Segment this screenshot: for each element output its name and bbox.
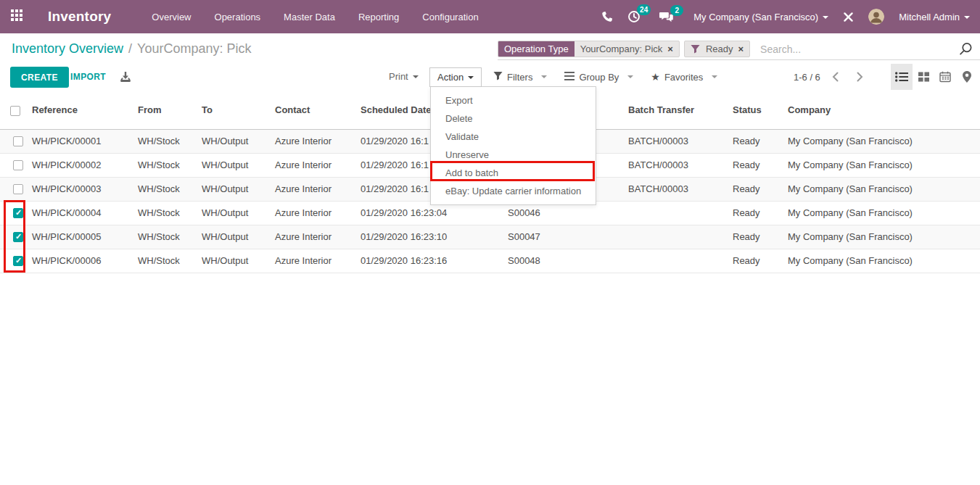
- remove-facet-icon[interactable]: ×: [738, 44, 744, 54]
- chevron-down-icon: [413, 75, 419, 78]
- search-input[interactable]: [754, 43, 959, 55]
- messages-count-badge: 2: [670, 5, 683, 16]
- chevron-down-icon: [712, 75, 717, 78]
- breadcrumb-parent-link[interactable]: Inventory Overview: [12, 41, 123, 57]
- breadcrumb-current: YourCompany: Pick: [137, 41, 251, 57]
- export-download-icon[interactable]: [120, 71, 131, 86]
- top-right-tools: 24 2 My Company (San Francisco): [601, 9, 980, 25]
- filters-dropdown[interactable]: Filters: [493, 71, 547, 83]
- column-header-company[interactable]: Company: [785, 91, 980, 129]
- facet-value-text: Ready: [706, 43, 733, 54]
- filter-funnel-icon: [685, 41, 704, 57]
- map-view-icon[interactable]: [956, 64, 978, 90]
- menu-item-delete[interactable]: Delete: [431, 109, 596, 128]
- remove-facet-icon[interactable]: ×: [667, 44, 673, 54]
- row-checkbox[interactable]: [13, 208, 23, 218]
- messages-icon[interactable]: 2: [659, 11, 673, 23]
- menu-item-ebay-update-carrier[interactable]: eBay: Update carrier information: [431, 182, 596, 200]
- user-menu[interactable]: Mitchell Admin: [899, 12, 970, 22]
- activity-clock-icon[interactable]: 24: [627, 10, 641, 23]
- row-checkbox[interactable]: [13, 256, 23, 266]
- select-all-checkbox[interactable]: [10, 106, 20, 116]
- chevron-down-icon: [964, 16, 970, 19]
- row-checkbox[interactable]: [13, 232, 23, 242]
- action-dropdown-menu: Export Delete Validate Unreserve Add to …: [430, 86, 596, 205]
- group-by-dropdown[interactable]: Group By: [564, 72, 633, 83]
- breadcrumb-separator: /: [128, 41, 132, 57]
- create-button[interactable]: CREATE: [10, 67, 69, 88]
- tools-icon[interactable]: [843, 12, 854, 22]
- row-checkbox[interactable]: [13, 136, 23, 146]
- import-button[interactable]: IMPORT: [70, 67, 106, 88]
- column-header-reference[interactable]: Reference: [29, 91, 135, 129]
- nav-master-data[interactable]: Master Data: [284, 12, 335, 22]
- column-header-to[interactable]: To: [199, 91, 272, 129]
- star-icon: ★: [651, 71, 660, 83]
- view-switcher: [891, 64, 978, 90]
- column-header-status[interactable]: Status: [730, 91, 785, 129]
- pager-next-icon[interactable]: [851, 67, 870, 86]
- menu-item-unreserve[interactable]: Unreserve: [431, 146, 596, 164]
- top-nav: Overview Operations Master Data Reportin…: [152, 12, 478, 22]
- action-dropdown[interactable]: Action: [429, 67, 482, 87]
- nav-operations[interactable]: Operations: [215, 12, 261, 22]
- apps-grid-icon: [11, 9, 22, 24]
- search-view: Operation Type YourCompany: Pick × Ready…: [498, 38, 980, 60]
- kanban-view-icon[interactable]: [913, 64, 934, 90]
- menu-item-add-to-batch[interactable]: Add to batch: [431, 164, 596, 182]
- facet-label: Operation Type: [498, 41, 575, 57]
- chevron-down-icon: [541, 75, 547, 78]
- search-icon[interactable]: [959, 42, 976, 56]
- apps-menu-button[interactable]: [0, 0, 33, 33]
- top-bar: Inventory Overview Operations Master Dat…: [0, 0, 980, 33]
- nav-overview[interactable]: Overview: [152, 12, 191, 22]
- menu-item-validate[interactable]: Validate: [431, 128, 596, 146]
- chevron-down-icon: [627, 75, 633, 78]
- company-switcher[interactable]: My Company (San Francisco): [693, 12, 828, 22]
- facet-ready-filter: Ready ×: [684, 41, 750, 57]
- column-header-batch-transfer[interactable]: Batch Transfer: [625, 91, 730, 129]
- table-row[interactable]: WH/PICK/00005WH/StockWH/Output Azure Int…: [0, 225, 980, 249]
- facet-operation-type: Operation Type YourCompany: Pick ×: [498, 41, 680, 57]
- menu-item-export[interactable]: Export: [431, 91, 596, 109]
- user-avatar[interactable]: [868, 9, 884, 25]
- row-checkbox[interactable]: [13, 160, 23, 170]
- favorites-dropdown[interactable]: ★ Favorites: [651, 71, 717, 83]
- list-view-icon[interactable]: [891, 64, 913, 90]
- table-row[interactable]: WH/PICK/00006WH/StockWH/Output Azure Int…: [0, 249, 980, 273]
- print-dropdown[interactable]: Print: [389, 67, 419, 87]
- pager: 1-6 / 6: [794, 67, 870, 87]
- nav-reporting[interactable]: Reporting: [358, 12, 399, 22]
- search-options: Filters Group By ★ Favorites: [493, 67, 717, 87]
- row-checkbox[interactable]: [13, 184, 23, 194]
- phone-icon[interactable]: [601, 11, 613, 22]
- calendar-view-icon[interactable]: [934, 64, 956, 90]
- group-by-lines-icon: [564, 72, 575, 83]
- column-header-from[interactable]: From: [135, 91, 199, 129]
- chevron-down-icon: [823, 16, 828, 19]
- activity-count-badge: 24: [637, 4, 651, 15]
- facet-value-text: YourCompany: Pick: [580, 43, 663, 54]
- filter-funnel-icon: [493, 71, 503, 83]
- app-title: Inventory: [48, 9, 111, 25]
- page: Inventory Overview Operations Master Dat…: [0, 0, 980, 485]
- nav-configuration[interactable]: Configuration: [422, 12, 478, 22]
- pager-previous-icon[interactable]: [826, 67, 845, 86]
- chevron-down-icon: [468, 76, 474, 79]
- column-header-contact[interactable]: Contact: [272, 91, 358, 129]
- pager-range: 1-6 / 6: [794, 72, 820, 83]
